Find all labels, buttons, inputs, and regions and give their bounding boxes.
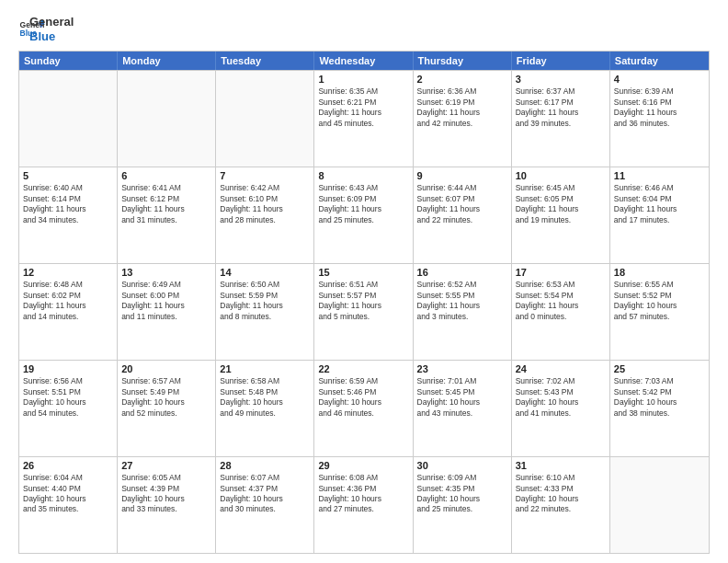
day-number: 18 bbox=[614, 267, 705, 278]
cell-info: Sunrise: 6:50 AM Sunset: 5:59 PM Dayligh… bbox=[220, 280, 310, 322]
cell-info: Sunrise: 6:40 AM Sunset: 6:14 PM Dayligh… bbox=[23, 183, 113, 225]
cell-info: Sunrise: 6:41 AM Sunset: 6:12 PM Dayligh… bbox=[121, 183, 211, 225]
cell-info: Sunrise: 6:05 AM Sunset: 4:39 PM Dayligh… bbox=[121, 473, 211, 515]
calendar-cell bbox=[610, 457, 709, 553]
cell-info: Sunrise: 6:52 AM Sunset: 5:55 PM Dayligh… bbox=[417, 280, 507, 322]
calendar-cell: 19Sunrise: 6:56 AM Sunset: 5:51 PM Dayli… bbox=[19, 361, 118, 456]
cell-info: Sunrise: 6:59 AM Sunset: 5:46 PM Dayligh… bbox=[318, 376, 408, 419]
calendar-cell: 16Sunrise: 6:52 AM Sunset: 5:55 PM Dayli… bbox=[414, 264, 512, 360]
calendar-row-2: 5Sunrise: 6:40 AM Sunset: 6:14 PM Daylig… bbox=[19, 167, 709, 263]
calendar-cell: 8Sunrise: 6:43 AM Sunset: 6:09 PM Daylig… bbox=[314, 167, 413, 263]
calendar-cell: 29Sunrise: 6:08 AM Sunset: 4:36 PM Dayli… bbox=[314, 457, 413, 553]
cell-info: Sunrise: 6:46 AM Sunset: 6:04 PM Dayligh… bbox=[614, 183, 705, 225]
cell-info: Sunrise: 6:37 AM Sunset: 6:17 PM Dayligh… bbox=[516, 86, 606, 129]
cell-info: Sunrise: 6:36 AM Sunset: 6:19 PM Dayligh… bbox=[417, 86, 507, 129]
calendar-cell: 25Sunrise: 7:03 AM Sunset: 5:42 PM Dayli… bbox=[610, 361, 709, 456]
day-number: 11 bbox=[614, 170, 705, 181]
calendar-cell: 15Sunrise: 6:51 AM Sunset: 5:57 PM Dayli… bbox=[314, 264, 413, 360]
cell-info: Sunrise: 6:08 AM Sunset: 4:36 PM Dayligh… bbox=[318, 473, 408, 515]
calendar-cell bbox=[19, 71, 118, 167]
cell-info: Sunrise: 6:44 AM Sunset: 6:07 PM Dayligh… bbox=[417, 183, 507, 225]
cell-info: Sunrise: 6:45 AM Sunset: 6:05 PM Dayligh… bbox=[516, 183, 606, 225]
day-number: 4 bbox=[614, 74, 705, 85]
cell-info: Sunrise: 6:58 AM Sunset: 5:48 PM Dayligh… bbox=[220, 376, 310, 419]
day-number: 19 bbox=[23, 363, 113, 374]
cell-info: Sunrise: 6:07 AM Sunset: 4:37 PM Dayligh… bbox=[220, 473, 310, 515]
calendar-cell: 20Sunrise: 6:57 AM Sunset: 5:49 PM Dayli… bbox=[118, 361, 216, 456]
calendar-row-4: 19Sunrise: 6:56 AM Sunset: 5:51 PM Dayli… bbox=[19, 360, 709, 456]
calendar-row-5: 26Sunrise: 6:04 AM Sunset: 4:40 PM Dayli… bbox=[19, 456, 709, 553]
calendar-cell: 14Sunrise: 6:50 AM Sunset: 5:59 PM Dayli… bbox=[216, 264, 314, 360]
calendar-cell: 7Sunrise: 6:42 AM Sunset: 6:10 PM Daylig… bbox=[216, 167, 314, 263]
calendar-cell bbox=[118, 71, 216, 167]
cell-info: Sunrise: 6:55 AM Sunset: 5:52 PM Dayligh… bbox=[614, 280, 705, 322]
cell-info: Sunrise: 6:04 AM Sunset: 4:40 PM Dayligh… bbox=[23, 473, 113, 515]
page: General Blue General Blue SundayMondayTu… bbox=[0, 0, 728, 563]
day-header-monday: Monday bbox=[118, 52, 216, 70]
day-number: 16 bbox=[417, 267, 507, 278]
calendar-cell: 26Sunrise: 6:04 AM Sunset: 4:40 PM Dayli… bbox=[19, 457, 118, 553]
day-number: 22 bbox=[318, 363, 408, 374]
calendar-cell: 31Sunrise: 6:10 AM Sunset: 4:33 PM Dayli… bbox=[512, 457, 610, 553]
logo: General Blue General Blue bbox=[18, 15, 74, 43]
cell-info: Sunrise: 6:49 AM Sunset: 6:00 PM Dayligh… bbox=[121, 280, 211, 322]
cell-info: Sunrise: 6:53 AM Sunset: 5:54 PM Dayligh… bbox=[516, 280, 606, 322]
day-number: 29 bbox=[318, 460, 408, 471]
day-number: 10 bbox=[516, 170, 606, 181]
calendar-cell bbox=[216, 71, 314, 167]
day-number: 12 bbox=[23, 267, 113, 278]
calendar-cell: 4Sunrise: 6:39 AM Sunset: 6:16 PM Daylig… bbox=[610, 71, 709, 167]
day-number: 2 bbox=[417, 74, 507, 85]
cell-info: Sunrise: 6:48 AM Sunset: 6:02 PM Dayligh… bbox=[23, 280, 113, 322]
day-number: 30 bbox=[417, 460, 507, 471]
day-header-saturday: Saturday bbox=[610, 52, 709, 70]
day-number: 9 bbox=[417, 170, 507, 181]
day-header-thursday: Thursday bbox=[414, 52, 512, 70]
calendar-cell: 3Sunrise: 6:37 AM Sunset: 6:17 PM Daylig… bbox=[512, 71, 610, 167]
day-number: 28 bbox=[220, 460, 310, 471]
day-number: 14 bbox=[220, 267, 310, 278]
calendar-cell: 18Sunrise: 6:55 AM Sunset: 5:52 PM Dayli… bbox=[610, 264, 709, 360]
day-number: 1 bbox=[318, 74, 408, 85]
calendar-cell: 10Sunrise: 6:45 AM Sunset: 6:05 PM Dayli… bbox=[512, 167, 610, 263]
calendar-row-1: 1Sunrise: 6:35 AM Sunset: 6:21 PM Daylig… bbox=[19, 70, 709, 167]
calendar-row-3: 12Sunrise: 6:48 AM Sunset: 6:02 PM Dayli… bbox=[19, 263, 709, 360]
calendar-cell: 6Sunrise: 6:41 AM Sunset: 6:12 PM Daylig… bbox=[118, 167, 216, 263]
cell-info: Sunrise: 6:51 AM Sunset: 5:57 PM Dayligh… bbox=[318, 280, 408, 322]
calendar-cell: 13Sunrise: 6:49 AM Sunset: 6:00 PM Dayli… bbox=[118, 264, 216, 360]
day-header-wednesday: Wednesday bbox=[314, 52, 413, 70]
calendar-cell: 9Sunrise: 6:44 AM Sunset: 6:07 PM Daylig… bbox=[414, 167, 512, 263]
day-number: 24 bbox=[516, 363, 606, 374]
day-number: 25 bbox=[614, 363, 705, 374]
calendar-cell: 11Sunrise: 6:46 AM Sunset: 6:04 PM Dayli… bbox=[610, 167, 709, 263]
cell-info: Sunrise: 6:57 AM Sunset: 5:49 PM Dayligh… bbox=[121, 376, 211, 419]
calendar-header: SundayMondayTuesdayWednesdayThursdayFrid… bbox=[19, 52, 709, 70]
cell-info: Sunrise: 7:01 AM Sunset: 5:45 PM Dayligh… bbox=[417, 376, 507, 419]
day-number: 17 bbox=[516, 267, 606, 278]
cell-info: Sunrise: 7:03 AM Sunset: 5:42 PM Dayligh… bbox=[614, 376, 705, 419]
day-header-sunday: Sunday bbox=[19, 52, 118, 70]
calendar-cell: 27Sunrise: 6:05 AM Sunset: 4:39 PM Dayli… bbox=[118, 457, 216, 553]
calendar-cell: 23Sunrise: 7:01 AM Sunset: 5:45 PM Dayli… bbox=[414, 361, 512, 456]
calendar: SundayMondayTuesdayWednesdayThursdayFrid… bbox=[18, 51, 710, 554]
calendar-cell: 30Sunrise: 6:09 AM Sunset: 4:35 PM Dayli… bbox=[414, 457, 512, 553]
calendar-cell: 21Sunrise: 6:58 AM Sunset: 5:48 PM Dayli… bbox=[216, 361, 314, 456]
cell-info: Sunrise: 6:09 AM Sunset: 4:35 PM Dayligh… bbox=[417, 473, 507, 515]
calendar-cell: 1Sunrise: 6:35 AM Sunset: 6:21 PM Daylig… bbox=[314, 71, 413, 167]
calendar-cell: 28Sunrise: 6:07 AM Sunset: 4:37 PM Dayli… bbox=[216, 457, 314, 553]
cell-info: Sunrise: 6:39 AM Sunset: 6:16 PM Dayligh… bbox=[614, 86, 705, 129]
calendar-body: 1Sunrise: 6:35 AM Sunset: 6:21 PM Daylig… bbox=[19, 70, 709, 553]
day-number: 26 bbox=[23, 460, 113, 471]
day-number: 15 bbox=[318, 267, 408, 278]
day-number: 27 bbox=[121, 460, 211, 471]
day-number: 23 bbox=[417, 363, 507, 374]
header: General Blue General Blue bbox=[18, 15, 710, 43]
day-number: 7 bbox=[220, 170, 310, 181]
day-number: 21 bbox=[220, 363, 310, 374]
day-number: 31 bbox=[516, 460, 606, 471]
day-number: 13 bbox=[121, 267, 211, 278]
logo-text: General Blue bbox=[29, 15, 74, 43]
calendar-cell: 2Sunrise: 6:36 AM Sunset: 6:19 PM Daylig… bbox=[414, 71, 512, 167]
day-header-tuesday: Tuesday bbox=[216, 52, 314, 70]
day-number: 3 bbox=[516, 74, 606, 85]
